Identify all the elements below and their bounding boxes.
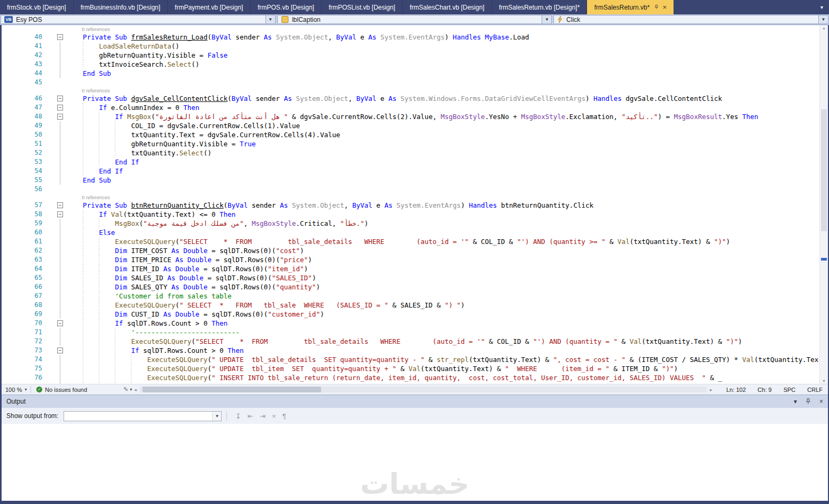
- tab-frmsalesreturn-vb-design-[interactable]: frmSalesReturn.vb [Design]*: [492, 0, 587, 14]
- horizontal-scrollbar[interactable]: [140, 387, 707, 392]
- code-line-47[interactable]: 47− If e.ColumnIndex = 0 Then: [2, 103, 820, 112]
- code-line-43[interactable]: 43 txtInvoiceSearch.Select(): [2, 60, 820, 69]
- codelens-references[interactable]: 0 references: [2, 87, 820, 94]
- code-line-69[interactable]: 69 Dim CUST_ID As Double = sqlDT.Rows(0)…: [2, 310, 820, 319]
- code-line-65[interactable]: 65 Dim SALES_ID As Double = sqlDT.Rows(0…: [2, 273, 820, 282]
- document-health-indicator[interactable]: ✓ No issues found: [36, 387, 87, 393]
- code-line-44[interactable]: 44 End Sub: [2, 69, 820, 78]
- tab-frmpayment-vb-design-[interactable]: frmPayment.vb [Design]: [168, 0, 251, 14]
- code-line-54[interactable]: 54 End If: [2, 167, 820, 176]
- close-icon[interactable]: ×: [819, 398, 823, 405]
- pin-icon[interactable]: [805, 398, 811, 405]
- tab-frmpos-vb-design-[interactable]: frmPOS.vb [Design]: [251, 0, 322, 14]
- collapse-box-icon[interactable]: −: [57, 105, 63, 111]
- window-position-icon[interactable]: ▾: [794, 398, 797, 405]
- scrollbar-thumb[interactable]: [143, 387, 321, 392]
- code-line-60[interactable]: 60 Else: [2, 228, 820, 237]
- scroll-down-icon[interactable]: ▼: [820, 379, 828, 383]
- column-indicator[interactable]: Ch: 9: [757, 387, 771, 393]
- object-dropdown[interactable]: lblCaption ▼: [277, 15, 552, 24]
- code-text: ExecuteSQLQuery("SELECT * FROM tbl_sale_…: [67, 237, 820, 246]
- code-cleanup-button[interactable]: ✎ ▾: [123, 386, 132, 393]
- code-line-50[interactable]: 50 txtQuantity.Text = dgvSale.CurrentRow…: [2, 130, 820, 139]
- chevron-down-icon[interactable]: ▼: [212, 412, 221, 421]
- code-surface[interactable]: 0 references40− Private Sub frmSalesRetu…: [2, 26, 820, 384]
- code-line-53[interactable]: 53 End If: [2, 158, 820, 167]
- line-number: 59: [2, 219, 44, 228]
- collapse-box-icon[interactable]: −: [57, 320, 63, 326]
- tab-frmstock-vb-design-[interactable]: frmStock.vb [Design]: [0, 0, 74, 14]
- scroll-up-icon[interactable]: ▲: [820, 26, 828, 30]
- code-line-55[interactable]: 55 End Sub: [2, 176, 820, 185]
- event-dropdown[interactable]: Click ▼: [553, 15, 828, 24]
- code-line-62[interactable]: 62 Dim ITEM_COST As Double = sqlDT.Rows(…: [2, 246, 820, 255]
- outline-line: [60, 301, 60, 310]
- next-message-icon[interactable]: ⇥: [260, 412, 265, 420]
- vertical-scrollbar[interactable]: ▲ ▼: [819, 25, 828, 384]
- code-line-57[interactable]: 57− Private Sub btnReturnQuantity_Click(…: [2, 201, 820, 210]
- collapse-box-icon[interactable]: −: [57, 34, 63, 40]
- zoom-select[interactable]: 100 % ▾: [2, 384, 30, 395]
- output-source-select[interactable]: ▼: [64, 411, 222, 421]
- scroll-right-icon[interactable]: ▸: [708, 387, 715, 392]
- code-line-64[interactable]: 64 Dim ITEM_ID As Double = sqlDT.Rows(0)…: [2, 264, 820, 273]
- code-line-61[interactable]: 61 ExecuteSQLQuery("SELECT * FROM tbl_sa…: [2, 237, 820, 246]
- code-line-46[interactable]: 46− Private Sub dgvSale_CellContentClick…: [2, 94, 820, 103]
- chevron-down-icon[interactable]: ▼: [542, 15, 551, 23]
- code-line-48[interactable]: 48− If MsgBox("هل أنت متأكد من اعادة الف…: [2, 112, 820, 121]
- code-text: Private Sub frmSalesReturn_Load(ByVal se…: [67, 33, 820, 42]
- code-line-59[interactable]: 59 MsgBox("من فضلك ادخل قيمة موجبة", Msg…: [2, 219, 820, 228]
- code-line-75[interactable]: 75 ExecuteSQLQuery(" UPDATE tbl_item SET…: [2, 364, 820, 373]
- collapse-box-icon[interactable]: −: [57, 211, 63, 217]
- chevron-down-icon[interactable]: ▼: [265, 15, 275, 23]
- project-dropdown[interactable]: VB Esy POS ▼: [1, 15, 276, 24]
- tab-frmsalesreturn-vb-[interactable]: frmSalesReturn.vb*×: [587, 0, 674, 14]
- tab-frmsaleschart-vb-design-[interactable]: frmSalesChart.vb [Design]: [403, 0, 492, 14]
- code-line-42[interactable]: 42 gbReturnQuantity.Visible = False: [2, 51, 820, 60]
- collapse-box-icon[interactable]: −: [57, 114, 63, 120]
- code-line-72[interactable]: 72 ExecuteSQLQuery("SELECT * FROM tbl_sa…: [2, 337, 820, 346]
- code-editor[interactable]: 0 references40− Private Sub frmSalesRetu…: [2, 25, 828, 384]
- document-list-button[interactable]: ▾: [815, 0, 829, 14]
- code-line-45[interactable]: 45: [2, 78, 820, 87]
- code-line-63[interactable]: 63 Dim ITEM_PRICE As Double = sqlDT.Rows…: [2, 255, 820, 264]
- outline-margin: [44, 121, 67, 130]
- chevron-down-icon[interactable]: ▼: [818, 15, 828, 23]
- code-line-66[interactable]: 66 Dim SALES_QTY As Double = sqlDT.Rows(…: [2, 282, 820, 292]
- code-line-70[interactable]: 70− If sqlDT.Rows.Count > 0 Then: [2, 319, 820, 328]
- code-line-74[interactable]: 74 ExecuteSQLQuery(" UPDATE tbl_sale_det…: [2, 355, 820, 364]
- code-line-67[interactable]: 67 'Customer id from sales table: [2, 292, 820, 301]
- clear-all-icon[interactable]: ×: [272, 412, 276, 420]
- previous-message-icon[interactable]: ⇤: [247, 412, 253, 420]
- code-line-71[interactable]: 71 '--------------------------: [2, 328, 820, 337]
- code-line-40[interactable]: 40− Private Sub frmSalesReturn_Load(ByVa…: [2, 33, 820, 42]
- code-line-52[interactable]: 52 txtQuantity.Select(): [2, 148, 820, 158]
- pin-icon[interactable]: [654, 4, 659, 11]
- line-ending-indicator[interactable]: CRLF: [807, 387, 823, 393]
- output-content[interactable]: خمسات: [2, 424, 828, 501]
- spaces-indicator[interactable]: SPC: [784, 387, 796, 393]
- codelens-references[interactable]: 0 references: [2, 26, 820, 33]
- code-line-77[interactable]: 77 "('" & COL_ID & "','" & txtQuantity.T…: [2, 382, 820, 384]
- word-wrap-icon[interactable]: ¶: [283, 412, 286, 420]
- output-panel-header[interactable]: Output ▾ ×: [2, 395, 828, 408]
- code-line-58[interactable]: 58− If Val(txtQuantity.Text) <= 0 Then: [2, 210, 820, 219]
- tab-frmbusinessinfo-vb-design-[interactable]: frmBusinessInfo.vb [Design]: [74, 0, 168, 14]
- code-line-73[interactable]: 73− If sqlDT.Rows.Count > 0 Then: [2, 346, 820, 355]
- code-line-41[interactable]: 41 LoadSaleReturnData(): [2, 42, 820, 51]
- code-line-49[interactable]: 49 COL_ID = dgvSale.CurrentRow.Cells(1).…: [2, 121, 820, 130]
- collapse-box-icon[interactable]: −: [57, 96, 63, 101]
- line-indicator[interactable]: Ln: 102: [726, 387, 746, 393]
- scroll-left-icon[interactable]: ◂: [132, 387, 139, 392]
- collapse-box-icon[interactable]: −: [57, 348, 63, 353]
- codelens-references[interactable]: 0 references: [2, 194, 820, 201]
- find-message-icon[interactable]: ↧: [235, 412, 241, 420]
- close-icon[interactable]: ×: [662, 4, 667, 11]
- code-line-76[interactable]: 76 ExecuteSQLQuery(" INSERT INTO tbl_sal…: [2, 373, 820, 382]
- scrollbar-thumb[interactable]: [821, 109, 827, 231]
- code-line-68[interactable]: 68 ExecuteSQLQuery(" SELECT * FROM tbl_s…: [2, 301, 820, 310]
- tab-frmposlist-vb-design-[interactable]: frmPOSList.vb [Design]: [322, 0, 403, 14]
- collapse-box-icon[interactable]: −: [57, 202, 63, 208]
- code-line-51[interactable]: 51 gbReturnQuantity.Visible = True: [2, 139, 820, 148]
- code-line-56[interactable]: 56: [2, 185, 820, 194]
